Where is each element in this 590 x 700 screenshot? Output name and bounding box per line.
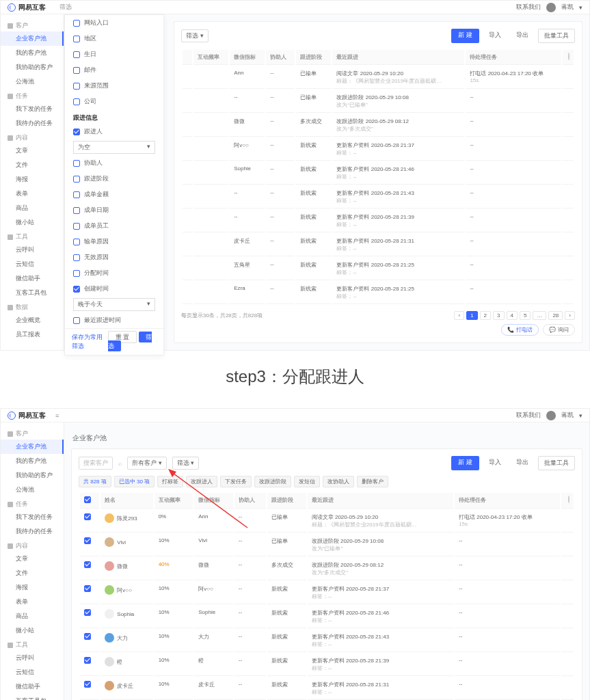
sidebar-item-my-customers[interactable]: 我的客户池 <box>1 454 64 468</box>
table-row[interactable]: 微微--多次成交改跟进阶段 2020-05-29 08:12改为“多次成交”-- <box>183 114 574 137</box>
sidebar-item-file[interactable]: 文件 <box>1 158 64 172</box>
sidebar-item-assist[interactable]: 我协助的客户 <box>1 60 64 75</box>
filter-option[interactable]: 来源范围 <box>65 78 163 94</box>
sidebar-item-form[interactable]: 表单 <box>1 595 64 609</box>
filter-option[interactable]: 成单日期 <box>65 202 163 218</box>
save-filter-link[interactable]: 保存为常用筛选 <box>72 333 108 351</box>
row-checkbox[interactable] <box>84 657 91 664</box>
checkbox-icon[interactable] <box>73 176 80 183</box>
filter-toggle[interactable]: 筛选 ▾ <box>181 29 209 42</box>
table-row[interactable]: 阿v○○10%阿v○○--新线索更新客户资料 2020-05-28 21:37标… <box>80 582 574 604</box>
filter-option[interactable]: 生日 <box>65 46 163 62</box>
pagination[interactable]: ‹12345…28› <box>454 311 575 320</box>
sidebar-item-product[interactable]: 商品 <box>1 201 64 215</box>
sidebar-item-sms[interactable]: 云短信 <box>1 665 64 679</box>
sidebar-item-company-pool[interactable]: 企业客户池 <box>1 440 64 454</box>
export-button[interactable]: 导出 <box>511 29 534 43</box>
table-row[interactable]: 五角星--新线索更新客户资料 2020-05-28 21:25标签：---- <box>183 258 574 280</box>
filter-option[interactable]: 创建时间 <box>65 281 163 297</box>
sidebar-item-task-todo[interactable]: 我待办的任务 <box>1 116 64 131</box>
table-row[interactable]: 皮卡丘10%皮卡丘--新线索更新客户资料 2020-05-28 21:31标签：… <box>80 677 574 700</box>
table-row[interactable]: ----已输单改跟进阶段 2020-05-29 10:08改为“已输单”-- <box>183 90 574 113</box>
checkbox-icon[interactable] <box>73 191 80 198</box>
checkbox-icon[interactable] <box>73 20 80 27</box>
table-row[interactable]: ----新线索更新客户资料 2020-05-28 21:43标签：---- <box>183 186 574 208</box>
checkbox-icon[interactable] <box>73 270 80 277</box>
page-number[interactable]: 5 <box>520 311 531 320</box>
page-number[interactable]: … <box>533 311 546 320</box>
row-checkbox[interactable] <box>84 609 91 616</box>
sidebar-item-helper[interactable]: 微信助手 <box>1 271 64 286</box>
sidebar-item-task-todo[interactable]: 我待办的任务 <box>1 524 64 539</box>
filter-sub-select[interactable]: 为空▾ <box>73 141 155 154</box>
sidebar-item-company-pool[interactable]: 企业客户池 <box>1 31 64 46</box>
filter-option[interactable]: 输单原因 <box>65 234 163 250</box>
sidebar-item-report[interactable]: 员工报表 <box>1 327 64 342</box>
row-checkbox[interactable] <box>84 561 91 568</box>
sidebar-item-call[interactable]: 云呼叫 <box>1 651 64 665</box>
new-button[interactable]: 新 建 <box>451 456 479 470</box>
user-name[interactable]: 蒋凯 <box>561 3 574 12</box>
sidebar-item-mini[interactable]: 微小站 <box>1 623 64 638</box>
action-change-assist[interactable]: 改协助人 <box>323 476 354 487</box>
sidebar-item-form[interactable]: 表单 <box>1 187 64 201</box>
search-input[interactable]: 搜索客户 <box>79 457 113 470</box>
table-row[interactable]: 橙10%橙--新线索更新客户资料 2020-05-28 21:39标签：---- <box>80 654 574 676</box>
filter-option[interactable]: 协助人 <box>65 155 163 171</box>
filter-option[interactable]: 邮件 <box>65 62 163 78</box>
import-button[interactable]: 导入 <box>483 29 507 43</box>
checkbox-icon[interactable] <box>73 207 80 214</box>
sidebar-item-my-customers[interactable]: 我的客户池 <box>1 46 64 60</box>
filter-option[interactable]: 成单员工 <box>65 218 163 234</box>
table-row[interactable]: 陈灵2930%Ann--已输单阅读文章 2020-05-29 10:20标题：《… <box>80 510 574 533</box>
import-button[interactable]: 导入 <box>483 456 507 470</box>
filter-option[interactable]: 分配时间 <box>65 265 163 281</box>
table-row[interactable]: ----新线索更新客户资料 2020-05-28 21:39标签：---- <box>183 210 574 232</box>
checkbox-icon[interactable] <box>73 36 80 42</box>
checkbox-icon[interactable] <box>73 129 80 135</box>
sidebar-item-file[interactable]: 文件 <box>1 566 64 580</box>
page-number[interactable]: 2 <box>480 311 491 320</box>
sidebar-item-task-out[interactable]: 我下发的任务 <box>1 102 64 116</box>
gear-icon[interactable] <box>568 496 569 503</box>
action-delete[interactable]: 删除客户 <box>357 476 388 487</box>
menu-icon[interactable]: ≡ <box>55 412 59 419</box>
user-avatar[interactable] <box>546 411 556 420</box>
sidebar-item-public-pool[interactable]: 公海池 <box>1 483 64 497</box>
filter-option[interactable]: 网站入口 <box>65 15 163 31</box>
row-checkbox[interactable] <box>84 633 91 640</box>
sidebar-item-mini[interactable]: 微小站 <box>1 215 64 230</box>
row-checkbox[interactable] <box>84 537 91 544</box>
action-send-sms[interactable]: 发短信 <box>294 476 320 487</box>
checkbox-icon[interactable] <box>73 239 80 245</box>
checkbox-icon[interactable] <box>73 317 80 324</box>
filter-option[interactable]: 成单金额 <box>65 187 163 202</box>
table-row[interactable]: Sophie--新线索更新客户资料 2020-05-28 21:46标签：---… <box>183 162 574 185</box>
table-row[interactable]: Ezra--新线索更新客户资料 2020-05-28 21:25标签：---- <box>183 282 574 304</box>
table-row[interactable]: Vivi10%Vivi--已输单改跟进阶段 2020-05-29 10:08改为… <box>80 534 574 556</box>
next-page[interactable]: › <box>565 311 575 320</box>
export-button[interactable]: 导出 <box>511 456 534 470</box>
table-row[interactable]: Sophia10%Sophie--新线索更新客户资料 2020-05-28 21… <box>80 606 574 628</box>
checkbox-icon[interactable] <box>73 286 80 293</box>
sidebar-item-task-out[interactable]: 我下发的任务 <box>1 510 64 524</box>
checkbox-icon[interactable] <box>73 160 80 167</box>
table-row[interactable]: Ann--已输单阅读文章 2020-05-29 10:20标题：《网易智慧企业2… <box>183 66 574 89</box>
filter-option[interactable]: 地区 <box>65 31 163 46</box>
table-row[interactable]: 微微40%微微--多次成交改跟进阶段 2020-05-29 08:12改为“多次… <box>80 558 574 580</box>
search-icon[interactable]: ⌕ <box>118 460 122 467</box>
sidebar-item-assist[interactable]: 我协助的客户 <box>1 468 64 483</box>
scope-select[interactable]: 所有客户 ▾ <box>127 457 167 470</box>
checkbox-icon[interactable] <box>73 51 80 58</box>
table-row[interactable]: 阿v○○--新线索更新客户资料 2020-05-28 21:37标签：---- <box>183 138 574 161</box>
call-button[interactable]: 📞 打电话 <box>501 324 539 336</box>
page-number[interactable]: 28 <box>548 311 563 320</box>
filter-option[interactable]: 无效原因 <box>65 250 163 265</box>
ask-button[interactable]: 💬 询问 <box>543 324 575 336</box>
sidebar-item-article[interactable]: 文章 <box>1 552 64 566</box>
row-checkbox[interactable] <box>84 585 91 592</box>
contact-link[interactable]: 联系我们 <box>516 411 541 420</box>
filter-option[interactable]: 公司 <box>65 94 163 109</box>
sidebar-item-product[interactable]: 商品 <box>1 609 64 623</box>
row-checkbox[interactable] <box>84 513 91 520</box>
